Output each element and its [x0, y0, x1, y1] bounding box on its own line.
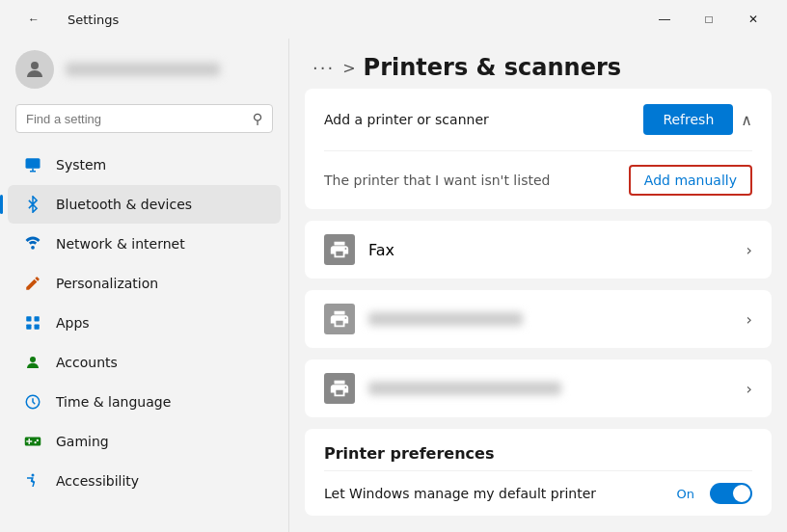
printer-3-row[interactable]: ›: [305, 359, 772, 417]
gaming-icon: [23, 432, 42, 451]
nav-list: System Bluetooth & devices: [0, 145, 288, 532]
not-listed-text: The printer that I want isn't listed: [324, 173, 550, 188]
personalization-icon: [23, 274, 42, 293]
fax-icon: [324, 234, 355, 265]
user-section: [0, 39, 288, 100]
printer-3-icon: [324, 373, 355, 404]
sidebar-item-network[interactable]: Network & internet: [8, 225, 281, 263]
add-printer-label: Add a printer or scanner: [324, 112, 489, 127]
svg-rect-8: [35, 325, 40, 330]
svg-point-4: [31, 246, 35, 250]
printer-preferences-panel: Printer preferences Let Windows manage m…: [305, 429, 772, 516]
svg-rect-1: [26, 158, 41, 169]
add-printer-panel: Add a printer or scanner Refresh ∧ The p…: [305, 89, 772, 209]
prefs-title: Printer preferences: [305, 429, 772, 470]
app-body: ⚲ System Bluetooth & devices: [0, 39, 787, 532]
time-icon: [23, 392, 42, 412]
maximize-button[interactable]: □: [687, 4, 731, 35]
sidebar-item-bluetooth-label: Bluetooth & devices: [56, 197, 192, 212]
sidebar-item-apps[interactable]: Apps: [8, 304, 281, 342]
sidebar-item-accessibility[interactable]: Accessibility: [8, 462, 281, 500]
svg-point-0: [31, 62, 39, 69]
fax-chevron-icon: ›: [746, 241, 752, 259]
search-box[interactable]: ⚲: [15, 104, 273, 133]
fax-printer-left: Fax: [324, 234, 394, 265]
minimize-button[interactable]: —: [642, 4, 687, 35]
default-printer-toggle[interactable]: [710, 483, 752, 504]
sidebar-item-gaming[interactable]: Gaming: [8, 422, 281, 461]
content-body: Add a printer or scanner Refresh ∧ The p…: [289, 89, 787, 532]
sidebar-item-accounts[interactable]: Accounts: [8, 343, 281, 382]
svg-point-11: [32, 474, 35, 477]
toggle-row: On: [677, 483, 752, 504]
printer-3-chevron-icon: ›: [746, 380, 752, 398]
sidebar-item-time[interactable]: Time & language: [8, 383, 281, 421]
refresh-button[interactable]: Refresh: [643, 104, 733, 135]
printer-2-icon: [324, 304, 355, 334]
avatar: [15, 50, 54, 89]
breadcrumb-separator: >: [342, 59, 355, 77]
sidebar: ⚲ System Bluetooth & devices: [0, 39, 289, 532]
sidebar-item-accessibility-label: Accessibility: [56, 473, 139, 489]
sidebar-item-personalization[interactable]: Personalization: [8, 264, 281, 303]
app-title: Settings: [68, 13, 119, 27]
accounts-icon: [23, 353, 42, 372]
sidebar-item-time-label: Time & language: [56, 394, 171, 410]
printer-2-left: [324, 304, 523, 334]
user-name: [66, 63, 220, 76]
add-printer-row: Add a printer or scanner Refresh ∧: [305, 89, 772, 150]
main-content: ··· > Printers & scanners Add a printer …: [289, 39, 787, 532]
sidebar-item-system[interactable]: System: [8, 146, 281, 184]
sidebar-item-gaming-label: Gaming: [56, 434, 109, 449]
svg-point-9: [30, 357, 36, 362]
printer-3-name: [368, 382, 561, 395]
add-manually-button[interactable]: Add manually: [629, 165, 752, 196]
search-input[interactable]: [26, 112, 245, 126]
sidebar-item-apps-label: Apps: [56, 315, 90, 331]
printer-2-name: [368, 312, 523, 326]
search-icon: ⚲: [253, 111, 262, 126]
back-button[interactable]: ←: [12, 4, 56, 35]
default-printer-label: Let Windows manage my default printer: [324, 486, 596, 501]
printer-2-panel: ›: [305, 290, 772, 348]
add-manually-row: The printer that I want isn't listed Add…: [305, 151, 772, 209]
printer-3-left: [324, 373, 561, 404]
sidebar-item-personalization-label: Personalization: [56, 276, 158, 291]
default-printer-row: Let Windows manage my default printer On: [305, 471, 772, 516]
printer-2-chevron-icon: ›: [746, 310, 752, 329]
breadcrumb-dots: ···: [312, 58, 335, 78]
printer-3-panel: ›: [305, 359, 772, 417]
add-printer-right: Refresh ∧: [643, 104, 752, 135]
fax-printer-panel: Fax ›: [305, 221, 772, 279]
title-bar: ← Settings — □ ✕: [0, 0, 787, 39]
page-title: Printers & scanners: [364, 54, 622, 81]
svg-rect-6: [35, 316, 40, 321]
sidebar-item-accounts-label: Accounts: [56, 355, 118, 370]
bluetooth-icon: [23, 195, 42, 214]
chevron-up-icon[interactable]: ∧: [741, 111, 752, 129]
window-controls: — □ ✕: [642, 4, 775, 35]
fax-printer-row[interactable]: Fax ›: [305, 221, 772, 279]
apps-icon: [23, 313, 42, 332]
system-icon: [23, 155, 42, 174]
network-icon: [23, 234, 42, 253]
accessibility-icon: [23, 471, 42, 491]
sidebar-item-bluetooth[interactable]: Bluetooth & devices: [8, 185, 281, 224]
svg-rect-7: [26, 325, 31, 330]
fax-printer-name: Fax: [368, 241, 394, 259]
svg-rect-5: [26, 316, 31, 321]
sidebar-item-system-label: System: [56, 157, 106, 173]
sidebar-item-network-label: Network & internet: [56, 236, 185, 252]
content-header: ··· > Printers & scanners: [289, 39, 787, 89]
printer-2-row[interactable]: ›: [305, 290, 772, 348]
close-button[interactable]: ✕: [731, 4, 775, 35]
toggle-on-label: On: [677, 487, 694, 501]
